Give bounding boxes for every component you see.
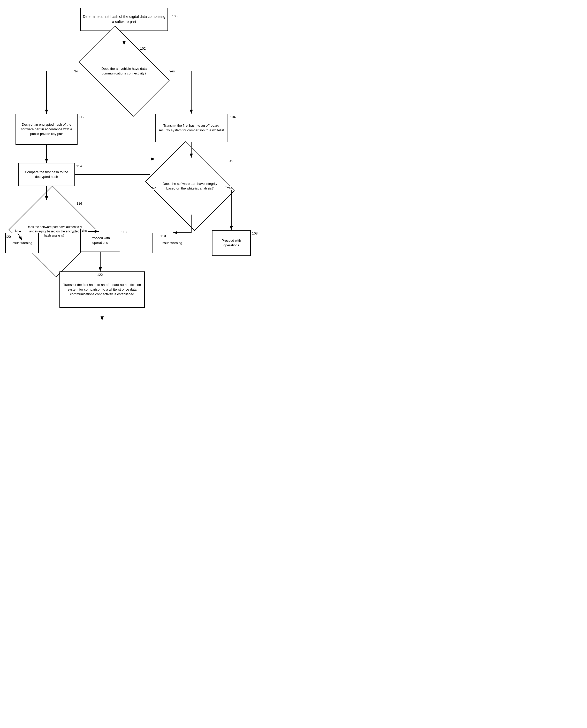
- diamond-102-text: Does the air vehicle have data communica…: [85, 45, 163, 97]
- box-110: Issue warning: [152, 233, 191, 253]
- diamond-116-text: Does the software part have authenticity…: [21, 201, 88, 262]
- box-114: Compare the first hash to the decrypted …: [18, 163, 75, 186]
- diamond-106: Does the software part have integrity ba…: [155, 158, 225, 215]
- ref-122: 122: [97, 273, 103, 277]
- ref-118: 118: [121, 230, 127, 234]
- diamond-106-text: Does the software part have integrity ba…: [155, 158, 225, 215]
- ref-114: 114: [76, 164, 82, 168]
- ref-116: 116: [76, 202, 82, 206]
- box-100: Determine a first hash of the digital da…: [80, 8, 168, 31]
- label-yes-106: Yes: [227, 186, 232, 190]
- box-104: Transmit the first hash to an off-board …: [155, 114, 228, 142]
- ref-120: 120: [5, 235, 11, 239]
- box-112: Decrypt an encrypted hash of the softwar…: [16, 114, 77, 145]
- ref-108: 108: [252, 231, 258, 235]
- box-108: Proceed with operations: [212, 230, 251, 256]
- label-yes-102: Yes: [169, 69, 175, 73]
- ref-100: 100: [172, 14, 178, 18]
- flowchart-diagram: Determine a first hash of the digital da…: [0, 0, 258, 331]
- label-no-102: No: [74, 69, 78, 73]
- ref-104: 104: [230, 115, 236, 119]
- label-yes-116: Yes: [81, 229, 87, 233]
- ref-102: 102: [140, 47, 146, 50]
- ref-112: 112: [79, 115, 85, 119]
- ref-110: 110: [160, 234, 166, 238]
- label-no-116: No: [15, 229, 19, 233]
- diamond-116: Does the software part have authenticity…: [21, 201, 88, 262]
- ref-106: 106: [227, 159, 233, 163]
- label-no-106: No: [152, 186, 156, 190]
- diamond-102: Does the air vehicle have data communica…: [85, 45, 163, 97]
- box-122: Transmit the first hash to an off-board …: [60, 272, 145, 308]
